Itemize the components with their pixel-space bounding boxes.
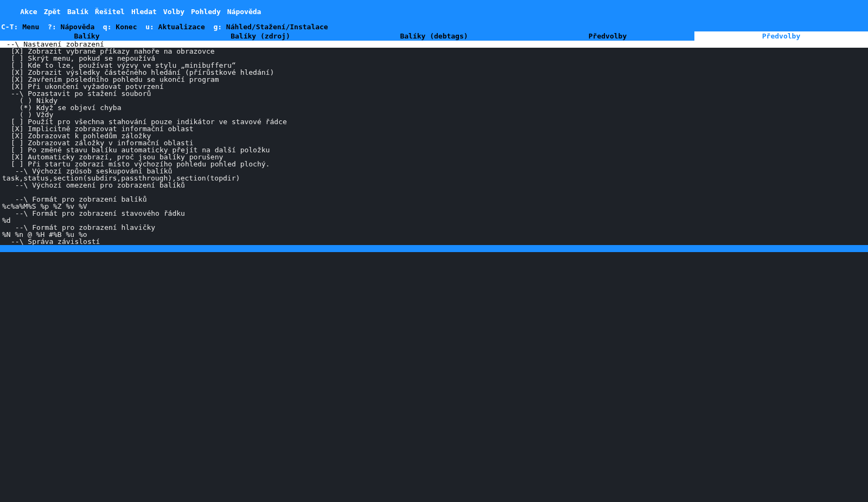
- menu-napoveda[interactable]: Nápověda: [227, 8, 261, 16]
- menu-balik[interactable]: Balík: [67, 8, 88, 16]
- tab-1[interactable]: Balíky (zdroj): [174, 31, 347, 41]
- pref-line-21[interactable]: --\ Formát pro zobrazení balíků: [0, 196, 868, 203]
- menu-akce[interactable]: Akce: [20, 8, 37, 16]
- shortcut-key: g:: [213, 23, 222, 31]
- shortcut-key: C-T:: [1, 23, 18, 31]
- status-separator: [0, 245, 868, 252]
- pref-line-8[interactable]: (*) Když se objeví chyba: [0, 104, 868, 111]
- tab-bar[interactable]: BalíkyBalíky (zdroj)Balíky (debtags)Před…: [0, 31, 868, 41]
- tab-2[interactable]: Balíky (debtags): [347, 31, 521, 41]
- menu-zpet[interactable]: Zpět: [44, 8, 61, 16]
- tab-0[interactable]: Balíky: [0, 31, 174, 41]
- menu-volby[interactable]: Volby: [163, 8, 184, 16]
- preferences-content[interactable]: [X] Zobrazit vybrané příkazy nahoře na o…: [0, 48, 868, 245]
- menu-hledat[interactable]: Hledat: [131, 8, 157, 16]
- shortcut-key: ?:: [48, 23, 56, 31]
- lower-pane: [0, 252, 868, 502]
- pref-line-23[interactable]: --\ Formát pro zobrazení stavového řádku: [0, 210, 868, 217]
- menu-bar[interactable]: AkceZpětBalíkŘešitelHledatVolbyPohledyNá…: [0, 0, 868, 23]
- pref-line-27[interactable]: --\ Správa závislostí: [0, 238, 868, 245]
- tab-3[interactable]: Předvolby: [521, 31, 694, 41]
- pref-line-7[interactable]: ( ) Nikdy: [0, 97, 868, 104]
- menu-resitel[interactable]: Řešitel: [95, 8, 125, 16]
- shortcut-key: u:: [145, 23, 154, 31]
- pref-line-6[interactable]: --\ Pozastavit po stažení souborů: [0, 90, 868, 97]
- tab-4[interactable]: Předvolby: [694, 31, 868, 41]
- pref-line-26[interactable]: %N %n @ %H #%B %u %o: [0, 231, 868, 238]
- pref-line-19[interactable]: --\ Výchozí omezení pro zobrazení balíků: [0, 182, 868, 189]
- shortcut-key: q:: [103, 23, 112, 31]
- shortcut-bar: C-T: Menu ?: Nápověda q: Konec u: Aktual…: [0, 23, 868, 31]
- pref-line-25[interactable]: --\ Formát pro zobrazení hlavičky: [0, 224, 868, 231]
- menu-pohledy[interactable]: Pohledy: [191, 8, 221, 16]
